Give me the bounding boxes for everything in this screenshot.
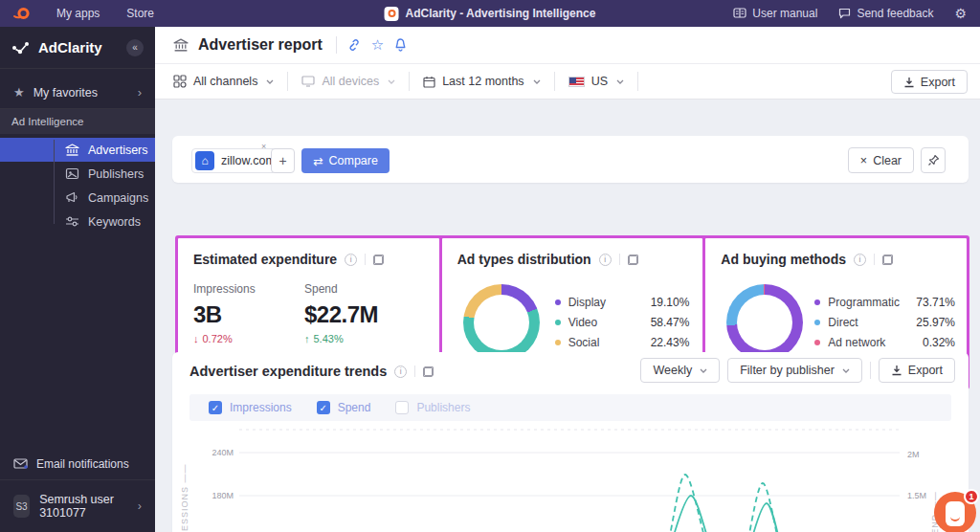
zillow-site-icon: ⌂ — [195, 151, 214, 170]
sidebar-user-account[interactable]: S3 Semrush user 3101077 › — [0, 480, 155, 532]
sidebar-menu: Advertisers Publishers Campaigns Keyword… — [0, 134, 155, 233]
left-tick: 180M — [212, 491, 234, 500]
trends-export-button[interactable]: Export — [879, 358, 955, 383]
filter-date-range[interactable]: Last 12 months — [423, 75, 553, 88]
ad-buying-legend: Programmatic73.71% Direct25.97% Ad netwo… — [814, 296, 955, 349]
filter-all-channels[interactable]: All channels — [173, 75, 287, 88]
chevron-down-icon — [266, 79, 274, 84]
download-icon — [891, 365, 902, 376]
sidebar: AdClarity « ★ My favorites › Ad Intellig… — [0, 27, 155, 532]
trends-title: Advertiser expenditure trends — [189, 364, 387, 379]
sidebar-item-advertisers[interactable]: Advertisers — [0, 138, 155, 162]
notifications-bell-icon[interactable] — [393, 37, 408, 53]
compare-button[interactable]: ⇄ Compare — [301, 148, 390, 173]
copy-icon[interactable] — [423, 366, 434, 377]
add-competitor-button[interactable]: + — [271, 148, 295, 173]
card-title: Estimated expenditure — [193, 252, 337, 267]
copy-icon[interactable] — [373, 255, 384, 265]
toggle-spend[interactable]: ✓Spend — [317, 401, 371, 414]
ad-buying-donut-chart[interactable] — [726, 284, 803, 361]
topbar-store[interactable]: Store — [126, 7, 154, 20]
filter-all-devices[interactable]: All devices — [301, 75, 409, 88]
legend-dot-icon — [555, 299, 561, 305]
main-area: Advertiser report ☆ All channels All dev… — [155, 27, 980, 532]
arrow-up-icon: ↑ — [304, 333, 310, 344]
info-icon[interactable]: i — [854, 254, 866, 266]
filter-by-publisher-select[interactable]: Filter by publisher — [727, 358, 862, 383]
adclarity-app: My apps Store AdClarity - Advertising In… — [0, 0, 980, 532]
divider — [336, 36, 337, 54]
toggle-impressions[interactable]: ✓Impressions — [209, 401, 292, 414]
sidebar-item-campaigns[interactable]: Campaigns — [0, 186, 155, 210]
checkbox-checked-icon: ✓ — [209, 401, 222, 414]
arrow-down-icon: ↓ — [193, 333, 199, 344]
topbar-my-apps[interactable]: My apps — [56, 7, 100, 20]
right-tick: 2M — [907, 450, 920, 459]
legend-dot-icon — [814, 340, 820, 345]
info-icon[interactable]: i — [394, 366, 407, 378]
report-header: Advertiser report ☆ — [155, 27, 980, 63]
clear-button[interactable]: × Clear — [848, 147, 914, 173]
card-title: Ad buying methods — [721, 252, 846, 267]
semrush-logo-icon[interactable] — [13, 6, 30, 21]
megaphone-icon — [65, 191, 79, 204]
divider — [874, 254, 875, 265]
impressions-axis-label: IMPRESSIONS —— — [180, 463, 189, 532]
sidebar-item-publishers[interactable]: Publishers — [0, 162, 155, 186]
sidebar-email-notifications[interactable]: Email notifications — [0, 448, 155, 480]
impressions-delta: ↓0.72% — [193, 333, 256, 344]
remove-domain-icon[interactable]: × — [261, 142, 266, 151]
bank-icon — [173, 38, 189, 53]
adclarity-brand-icon — [11, 40, 31, 55]
chevron-right-icon: › — [138, 85, 142, 100]
impressions-label: Impressions — [193, 282, 256, 296]
feedback-bubble-icon — [838, 8, 851, 19]
filter-country[interactable]: US — [568, 75, 637, 88]
devices-icon — [301, 76, 315, 87]
legend-item: Direct25.97% — [814, 316, 955, 329]
user-name: Semrush user 3101077 — [39, 493, 128, 520]
legend-dot-icon — [814, 320, 820, 325]
sidebar-collapse-button[interactable]: « — [126, 39, 144, 56]
spend-value: $22.7M — [304, 301, 378, 328]
star-icon: ★ — [13, 85, 25, 100]
pin-icon — [927, 154, 940, 166]
divider — [637, 72, 638, 91]
export-button[interactable]: Export — [891, 70, 968, 94]
series-toggle-row: ✓Impressions ✓Spend Publishers — [189, 394, 951, 421]
info-icon[interactable]: i — [345, 254, 357, 266]
expenditure-trends-card: Advertiser expenditure trends i Weekly F… — [172, 352, 969, 532]
divider — [619, 254, 620, 265]
publisher-screen-icon — [65, 167, 79, 180]
trends-line-chart[interactable]: 240M 180M 120M 2M 1.5M 1M IMPRESSIONS ——… — [172, 424, 969, 532]
send-feedback-link[interactable]: Send feedback — [838, 7, 933, 20]
page-title: Advertiser report — [198, 36, 323, 54]
sidebar-item-my-favorites[interactable]: ★ My favorites › — [0, 77, 155, 109]
copy-link-icon[interactable] — [346, 37, 362, 53]
pin-button[interactable] — [921, 147, 946, 173]
checkbox-unchecked-icon — [395, 401, 409, 414]
semrush-topbar: My apps Store AdClarity - Advertising In… — [0, 0, 980, 27]
chevron-down-icon — [700, 368, 707, 373]
chevron-down-icon — [533, 79, 541, 84]
legend-item: Programmatic73.71% — [814, 296, 955, 309]
support-chat-button[interactable]: 1 — [934, 492, 976, 532]
sidebar-item-keywords[interactable]: Keywords — [0, 210, 155, 233]
divider — [554, 72, 555, 91]
toggle-publishers[interactable]: Publishers — [395, 401, 470, 414]
ad-types-donut-chart[interactable] — [463, 284, 540, 361]
user-manual-link[interactable]: User manual — [733, 7, 817, 20]
bank-icon — [65, 144, 79, 157]
favorite-star-icon[interactable]: ☆ — [371, 36, 384, 54]
copy-icon[interactable] — [882, 255, 893, 265]
legend-item: Video58.47% — [555, 316, 690, 329]
divider — [287, 72, 288, 91]
info-icon[interactable]: i — [599, 254, 612, 266]
legend-item: Display19.10% — [555, 296, 690, 309]
app-title-bar: AdClarity - Advertising Intelligence — [385, 7, 596, 21]
right-tick: 1.5M — [907, 491, 926, 500]
settings-gear-icon[interactable]: ⚙ — [954, 6, 967, 21]
checkbox-checked-icon: ✓ — [317, 401, 330, 414]
copy-icon[interactable] — [628, 255, 638, 265]
interval-select[interactable]: Weekly — [640, 358, 720, 383]
